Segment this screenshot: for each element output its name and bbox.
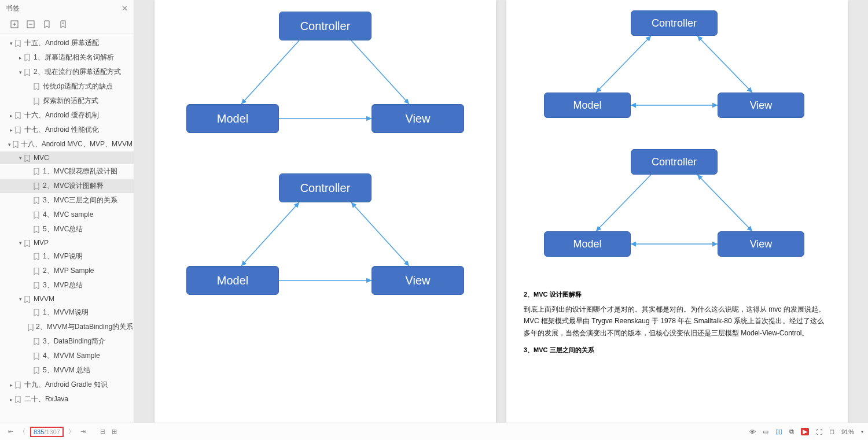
bookmark-icon bbox=[24, 154, 31, 162]
document-view[interactable]: Controller Model View Controller Model V… bbox=[134, 0, 868, 423]
bookmark-icon bbox=[24, 239, 31, 247]
page-indicator[interactable]: 835 /1307 bbox=[30, 427, 64, 437]
sidebar-header: 书签 ✕ bbox=[0, 0, 134, 17]
first-page-button[interactable]: ⇤ bbox=[5, 428, 16, 435]
bookmark-item[interactable]: 3、MVC三层之间的关系 bbox=[0, 193, 134, 208]
bookmark-icon bbox=[34, 352, 41, 360]
box-view: View bbox=[372, 266, 464, 295]
zoom-in-button[interactable]: ⊞ bbox=[109, 428, 120, 435]
box-controller: Controller bbox=[279, 173, 372, 202]
box-controller: Controller bbox=[631, 149, 718, 175]
zoom-level[interactable]: 91% bbox=[841, 428, 854, 435]
bookmark-item[interactable]: ▸十六、Android 缓存机制 bbox=[0, 108, 134, 123]
bookmark-label: 1、MVC眼花缭乱设计图 bbox=[43, 167, 117, 176]
bookmark-item[interactable]: ▾MVC bbox=[0, 151, 134, 164]
next-page-button[interactable]: 〉 bbox=[66, 427, 78, 436]
expand-all-icon[interactable] bbox=[10, 20, 19, 28]
bookmark-item[interactable]: 1、MVVM说明 bbox=[0, 305, 134, 320]
bookmark-item[interactable]: 3、DataBinding简介 bbox=[0, 334, 134, 349]
caret-icon: ▸ bbox=[8, 113, 14, 119]
bookmark-item[interactable]: 探索新的适配方式 bbox=[0, 94, 134, 108]
svg-line-15 bbox=[596, 175, 651, 231]
zoom-out-button[interactable]: ⊟ bbox=[97, 428, 109, 435]
svg-line-10 bbox=[351, 202, 409, 266]
bookmark-item[interactable]: 3、MVP总结 bbox=[0, 278, 134, 293]
box-model: Model bbox=[544, 231, 631, 257]
two-page-icon[interactable]: ▯▯ bbox=[775, 428, 782, 435]
close-icon[interactable]: ✕ bbox=[122, 4, 128, 13]
bookmark-icon bbox=[15, 39, 22, 47]
fit-page-icon[interactable]: ◻ bbox=[829, 428, 834, 435]
caret-icon: ▾ bbox=[17, 296, 23, 302]
bookmark-item[interactable]: 4、MVVM Sample bbox=[0, 349, 134, 363]
bookmark-item[interactable]: ▸十七、Android 性能优化 bbox=[0, 123, 134, 137]
bookmark-icon[interactable] bbox=[43, 20, 51, 28]
fit-width-icon[interactable]: ⛶ bbox=[816, 428, 822, 435]
bookmark-item[interactable]: 5、MVVM 总结 bbox=[0, 363, 134, 378]
caret-icon: ▾ bbox=[17, 240, 23, 246]
bookmark-item[interactable]: ▸二十、RxJava bbox=[0, 392, 134, 406]
bookmark-item[interactable]: ▾MVVM bbox=[0, 293, 134, 305]
bookmark-label: 传统dp适配方式的缺点 bbox=[43, 82, 113, 91]
caret-icon: ▾ bbox=[8, 40, 14, 46]
bookmark-item[interactable]: 2、MVC设计图解释 bbox=[0, 179, 134, 193]
box-controller: Controller bbox=[279, 12, 372, 40]
slideshow-icon[interactable]: ▶ bbox=[801, 428, 809, 435]
bookmark-item[interactable]: ▾十八、Android MVC、MVP、MVVM bbox=[0, 137, 134, 151]
view-toolbar: 👁 ▭ ▯▯ ⧉ ▶ ⛶ ◻ 91% ▾ bbox=[749, 428, 863, 435]
bookmark-item[interactable]: 2、MVP Sample bbox=[0, 264, 134, 278]
mvc-diagram-2: Controller Model View bbox=[175, 168, 476, 330]
bookmark-tree[interactable]: ▾十五、Android 屏幕适配▸1、屏幕适配相关名词解析▾2、现在流行的屏幕适… bbox=[0, 34, 134, 423]
bookmark-label: 5、MVVM 总结 bbox=[43, 365, 90, 375]
bookmark-label: 十八、Android MVC、MVP、MVVM bbox=[21, 139, 133, 149]
bookmark-label: 4、MVC sample bbox=[43, 210, 93, 220]
bookmark-label: 十五、Android 屏幕适配 bbox=[24, 38, 99, 48]
bookmark-item[interactable]: 5、MVC总结 bbox=[0, 222, 134, 236]
svg-line-7 bbox=[351, 40, 409, 104]
bookmark-label: MVP bbox=[34, 239, 49, 247]
zoom-dropdown-icon[interactable]: ▾ bbox=[861, 429, 863, 434]
bookmark-item[interactable]: ▸十九、Android Gradle 知识 bbox=[0, 378, 134, 392]
bookmark-item[interactable]: 传统dp适配方式的缺点 bbox=[0, 79, 134, 94]
bookmark-item[interactable]: 2、MVVM与DataBinding的关系 bbox=[0, 320, 134, 334]
sidebar-toolbar bbox=[0, 17, 134, 34]
pdf-page-right: Controller Model View Controller Model V… bbox=[506, 0, 848, 423]
caret-icon: ▾ bbox=[8, 142, 12, 147]
bookmark-label: 2、现在流行的屏幕适配方式 bbox=[34, 67, 121, 77]
bookmark-item[interactable]: ▸1、屏幕适配相关名词解析 bbox=[0, 50, 134, 65]
bookmark-label: 二十、RxJava bbox=[24, 394, 68, 404]
status-bar: ⇤ 〈 835 /1307 〉 ⇥ ⊟ ⊞ 👁 ▭ ▯▯ ⧉ ▶ ⛶ ◻ 91%… bbox=[0, 423, 868, 440]
bookmark-item[interactable]: ▾MVP bbox=[0, 236, 134, 249]
svg-line-16 bbox=[697, 175, 752, 231]
current-page: 835 bbox=[34, 428, 44, 435]
bookmark-item[interactable]: ▾十五、Android 屏幕适配 bbox=[0, 36, 134, 50]
bookmark-icon bbox=[34, 83, 41, 91]
bookmark-alt-icon[interactable] bbox=[59, 20, 67, 28]
bookmark-item[interactable]: ▾2、现在流行的屏幕适配方式 bbox=[0, 65, 134, 79]
bookmark-icon bbox=[24, 295, 31, 303]
mvc-diagram-1: Controller Model View bbox=[175, 6, 476, 168]
bookmark-icon bbox=[34, 267, 41, 275]
bookmark-label: 十七、Android 性能优化 bbox=[24, 125, 99, 135]
bookmark-item[interactable]: 1、MVP说明 bbox=[0, 249, 134, 264]
bookmark-icon bbox=[34, 168, 41, 176]
prev-page-button[interactable]: 〈 bbox=[16, 427, 28, 436]
bookmark-item[interactable]: 4、MVC sample bbox=[0, 208, 134, 222]
eye-icon[interactable]: 👁 bbox=[749, 428, 756, 435]
box-view: View bbox=[718, 93, 804, 118]
section2-paragraph: 到底上面列出的设计图哪个才是对的。其实都是对的。为什么这么说呢，这得从 mvc … bbox=[524, 304, 830, 339]
continuous-icon[interactable]: ⧉ bbox=[789, 428, 794, 435]
bookmark-label: 4、MVVM Sample bbox=[43, 351, 100, 361]
bookmark-icon bbox=[15, 126, 22, 134]
box-view: View bbox=[718, 231, 804, 257]
bookmark-icon bbox=[15, 112, 22, 120]
bookmark-label: 1、MVVM说明 bbox=[43, 308, 89, 317]
single-page-icon[interactable]: ▭ bbox=[763, 428, 768, 435]
bookmark-icon bbox=[24, 54, 31, 62]
bookmark-item[interactable]: 1、MVC眼花缭乱设计图 bbox=[0, 164, 134, 179]
box-model: Model bbox=[544, 93, 631, 118]
section2-title: 2、MVC 设计图解释 bbox=[524, 290, 830, 299]
caret-icon: ▸ bbox=[8, 382, 14, 388]
last-page-button[interactable]: ⇥ bbox=[78, 428, 89, 435]
collapse-all-icon[interactable] bbox=[27, 20, 35, 28]
